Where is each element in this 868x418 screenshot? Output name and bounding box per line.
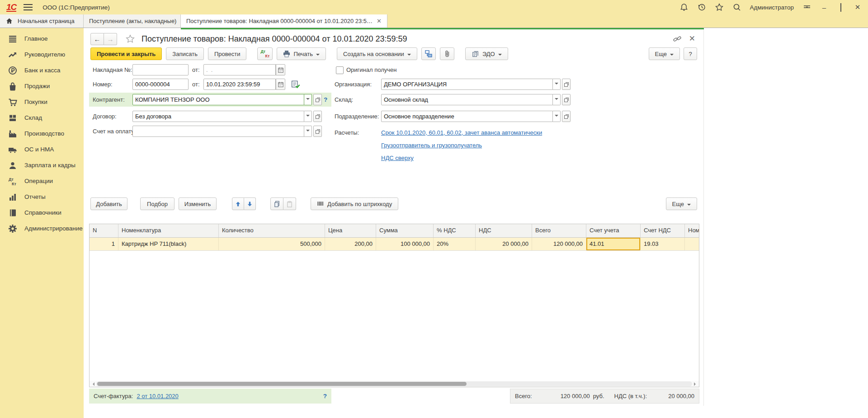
scrollbar-track[interactable] [96, 381, 692, 386]
shipper-consignee-link[interactable]: Грузоотправитель и грузополучатель [381, 142, 482, 149]
date-input[interactable] [203, 79, 276, 90]
pick-button[interactable]: Подбор [140, 197, 175, 210]
close-form-icon[interactable]: ✕ [689, 36, 695, 42]
cell-vat[interactable]: 20 000,00 [476, 238, 532, 250]
warehouse-input[interactable] [381, 94, 553, 105]
post-and-close-button[interactable]: Провести и закрыть [90, 47, 162, 60]
sidebar-item-bank-cash[interactable]: Банк и касса [0, 62, 84, 78]
show-postings-button[interactable]: ДтКт [257, 47, 273, 60]
sidebar-item-operations[interactable]: ДтКт Операции [0, 173, 84, 189]
contract-input[interactable] [132, 111, 304, 122]
restore-button[interactable] [837, 4, 845, 11]
edit-comment-icon[interactable] [291, 80, 300, 89]
save-button[interactable]: Записать [166, 47, 204, 60]
cell-price[interactable]: 200,00 [325, 238, 376, 250]
current-user[interactable]: Администратор [750, 4, 794, 11]
main-menu-icon[interactable] [24, 4, 33, 10]
sidebar-item-manager[interactable]: Руководителю [0, 47, 84, 62]
add-by-barcode-button[interactable]: Добавить по штрихкоду [311, 197, 398, 210]
organization-input[interactable] [381, 79, 553, 90]
add-row-button[interactable]: Добавить [90, 197, 127, 210]
contractor-dropdown-button[interactable] [304, 94, 312, 105]
cell-sum[interactable]: 100 000,00 [376, 238, 434, 250]
sidebar-item-warehouse[interactable]: Склад [0, 110, 84, 126]
tab-doc-list[interactable]: Поступление (акты, накладные) ✕ [84, 14, 181, 28]
favorites-star-icon[interactable] [715, 3, 724, 12]
payment-invoice-input[interactable] [132, 126, 304, 137]
col-header-vat-rate[interactable]: % НДС [434, 224, 476, 237]
move-up-button[interactable] [232, 197, 244, 210]
nav-forward-button[interactable]: → [104, 33, 117, 45]
contract-dropdown-button[interactable] [304, 111, 312, 122]
horizontal-scrollbar[interactable] [90, 381, 699, 387]
col-header-nomenclature[interactable]: Номенклатура [118, 224, 219, 237]
cell-quantity[interactable]: 500,000 [219, 238, 325, 250]
col-header-price[interactable]: Цена [325, 224, 376, 237]
edo-button[interactable]: ЭДО [465, 47, 508, 60]
settlements-link[interactable]: Срок 10.01.2020, 60.01, 60.02, зачет ава… [381, 129, 542, 136]
col-header-gtd[interactable]: Ном [685, 224, 699, 237]
create-based-on-button[interactable]: Создать на основании [337, 47, 417, 60]
paste-rows-button[interactable] [283, 197, 296, 210]
table-empty-area[interactable] [90, 251, 699, 381]
col-header-account[interactable]: Счет учета [586, 224, 641, 237]
service-menu-icon[interactable] [802, 3, 811, 12]
original-received-checkbox[interactable] [336, 66, 344, 74]
cell-account-selected[interactable]: 41.01 [586, 238, 641, 250]
organization-dropdown-button[interactable] [553, 79, 561, 90]
sidebar-item-fixed-assets[interactable]: ОС и НМА [0, 141, 84, 157]
warehouse-dropdown-button[interactable] [553, 94, 561, 105]
sidebar-item-production[interactable]: Производство [0, 126, 84, 141]
department-open-button[interactable] [562, 111, 571, 122]
invoice-no-input[interactable] [132, 64, 189, 75]
cell-vat-rate[interactable]: 20% [434, 238, 476, 250]
scroll-right-icon[interactable] [694, 382, 698, 386]
cell-n[interactable]: 1 [90, 238, 118, 250]
notifications-bell-icon[interactable] [679, 3, 689, 12]
history-icon[interactable] [697, 3, 706, 12]
tab-close-icon[interactable]: ✕ [377, 18, 382, 24]
col-header-sum[interactable]: Сумма [376, 224, 434, 237]
col-header-n[interactable]: N [90, 224, 118, 237]
cell-total[interactable]: 120 000,00 [532, 238, 586, 250]
report-structure-button[interactable] [421, 47, 436, 60]
contractor-input[interactable] [132, 94, 304, 105]
favorite-star-icon[interactable] [125, 34, 135, 44]
department-input[interactable] [381, 111, 553, 122]
sidebar-item-directories[interactable]: Справочники [0, 205, 84, 221]
scrollbar-thumb[interactable] [97, 382, 467, 386]
copy-rows-button[interactable] [270, 197, 283, 210]
number-input[interactable] [132, 79, 189, 90]
help-button[interactable]: ? [684, 47, 697, 60]
tab-home[interactable]: Начальная страница [0, 14, 84, 28]
calendar-button[interactable] [276, 64, 285, 75]
col-header-quantity[interactable]: Количество [219, 224, 325, 237]
contract-open-button[interactable] [313, 111, 322, 122]
table-row[interactable]: 1 Картридж HP 711(black) 500,000 200,00 … [90, 238, 699, 251]
vat-mode-link[interactable]: НДС сверху [381, 155, 414, 161]
col-header-total[interactable]: Всего [532, 224, 586, 237]
post-button[interactable]: Провести [208, 47, 247, 60]
attachments-button[interactable] [440, 47, 454, 60]
col-header-vat-account[interactable]: Счет НДС [641, 224, 685, 237]
nav-back-button[interactable]: ← [90, 33, 104, 45]
invoice-link[interactable]: 2 от 10.01.2020 [137, 393, 178, 399]
scroll-left-icon[interactable] [91, 382, 94, 386]
payment-invoice-open-button[interactable] [313, 126, 322, 137]
sidebar-item-administration[interactable]: Администрирование [0, 221, 84, 236]
sidebar-item-salary-hr[interactable]: Зарплата и кадры [0, 157, 84, 173]
get-link-icon[interactable] [673, 34, 682, 43]
cell-nomenclature[interactable]: Картридж HP 711(black) [118, 238, 219, 250]
col-header-vat[interactable]: НДС [476, 224, 532, 237]
edit-row-button[interactable]: Изменить [179, 197, 217, 210]
sidebar-item-sales[interactable]: Продажи [0, 78, 84, 94]
payment-invoice-dropdown-button[interactable] [304, 126, 312, 137]
close-window-button[interactable]: ✕ [854, 3, 862, 11]
minimize-button[interactable]: – [820, 4, 828, 11]
invoice-date-input[interactable] [203, 64, 276, 75]
table-more-button[interactable]: Еще [666, 197, 697, 210]
cell-gtd[interactable] [685, 238, 699, 250]
print-button[interactable]: Печать [277, 47, 326, 60]
search-icon[interactable] [732, 3, 741, 12]
move-down-button[interactable] [244, 197, 256, 210]
